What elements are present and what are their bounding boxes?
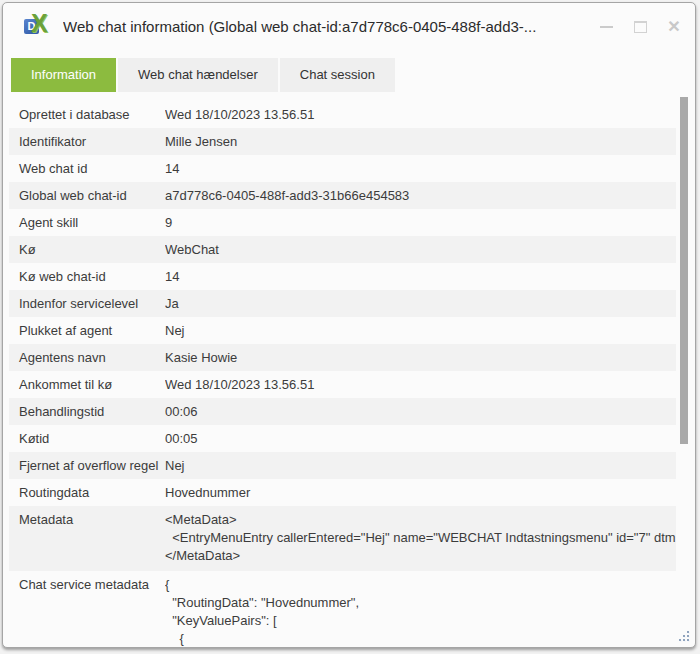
table-row: Fjernet af overflow regelNej [9,452,676,479]
row-value: Wed 18/10/2023 13.56.51 [165,101,676,128]
tab-bar: InformationWeb chat hændelserChat sessio… [3,58,695,92]
table-row: Agentens navnKasie Howie [9,344,676,371]
row-label: Indenfor servicelevel [9,290,165,317]
scrollbar[interactable] [680,97,688,641]
row-value: 00:05 [165,425,676,452]
row-value: Nej [165,317,676,344]
row-label: Metadata [9,506,165,571]
row-value: <MetaData> <EntryMenuEntry callerEntered… [165,506,676,571]
row-label: Chat service metadata [9,571,165,648]
tab-web-chat-h-ndelser[interactable]: Web chat hændelser [118,58,278,92]
row-value: WebChat [165,236,676,263]
row-label: Web chat id [9,155,165,182]
row-value: Wed 18/10/2023 13.56.51 [165,371,676,398]
table-row: Behandlingstid00:06 [9,398,676,425]
row-value: 14 [165,155,676,182]
title-bar: D X Web chat information (Global web cha… [3,3,695,50]
table-row: RoutingdataHovednummer [9,479,676,506]
row-label: Oprettet i database [9,101,165,128]
tab-information[interactable]: Information [11,58,116,92]
table-row: Ankommet til køWed 18/10/2023 13.56.51 [9,371,676,398]
row-label: Plukket af agent [9,317,165,344]
row-value: Mille Jensen [165,128,676,155]
table-row: Køtid00:05 [9,425,676,452]
row-label: Global web chat-id [9,182,165,209]
window-controls: ✕ [599,20,695,34]
row-value: a7d778c6-0405-488f-add3-31b66e454583 [165,182,676,209]
row-value: Kasie Howie [165,344,676,371]
resize-grip-icon[interactable] [679,631,691,643]
table-row: Web chat id14 [9,155,676,182]
row-value: 9 [165,209,676,236]
table-row: Oprettet i databaseWed 18/10/2023 13.56.… [9,101,676,128]
scrollbar-thumb[interactable] [680,97,688,444]
row-value: Ja [165,290,676,317]
row-label: Køtid [9,425,165,452]
table-row: Plukket af agentNej [9,317,676,344]
tab-chat-session[interactable]: Chat session [280,58,395,92]
window-title: Web chat information (Global web chat-id… [63,18,536,35]
row-label: Routingdata [9,479,165,506]
row-label: Ankommet til kø [9,371,165,398]
logo-letter-x: X [31,9,48,37]
row-value: 00:06 [165,398,676,425]
row-value: { "RoutingData": "Hovednummer", "KeyValu… [165,571,676,648]
row-value: Hovednummer [165,479,676,506]
row-label: Agentens navn [9,344,165,371]
row-value: Nej [165,452,676,479]
row-label: Kø web chat-id [9,263,165,290]
row-label: Behandlingstid [9,398,165,425]
info-table: Oprettet i databaseWed 18/10/2023 13.56.… [9,101,676,648]
table-row: Indenfor servicelevelJa [9,290,676,317]
row-label: Identifikator [9,128,165,155]
row-label: Kø [9,236,165,263]
maximize-icon[interactable] [633,20,647,34]
app-logo-icon: D X [24,13,54,41]
row-value: 14 [165,263,676,290]
close-icon[interactable]: ✕ [667,20,681,34]
row-label: Agent skill [9,209,165,236]
table-row: KøWebChat [9,236,676,263]
table-row: Metadata<MetaData> <EntryMenuEntry calle… [9,506,676,571]
table-row: Global web chat-ida7d778c6-0405-488f-add… [9,182,676,209]
table-row: Kø web chat-id14 [9,263,676,290]
row-label: Fjernet af overflow regel [9,452,165,479]
table-row: Agent skill9 [9,209,676,236]
table-row: Chat service metadata{ "RoutingData": "H… [9,571,676,648]
dialog-window: D X Web chat information (Global web cha… [2,2,696,648]
minimize-icon[interactable] [599,20,613,34]
table-row: IdentifikatorMille Jensen [9,128,676,155]
